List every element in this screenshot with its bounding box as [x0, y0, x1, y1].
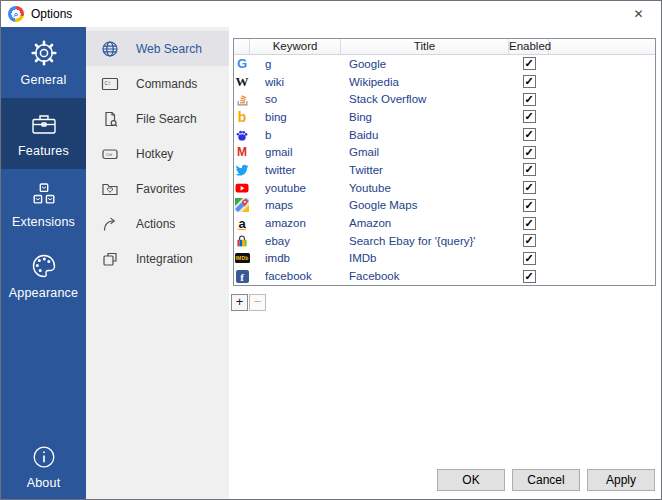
sidebar-item-features[interactable]: Features	[1, 98, 86, 169]
table-row[interactable]: IMDb imdb IMDb ✓	[234, 250, 655, 268]
close-button[interactable]: ✕	[616, 1, 661, 27]
enabled-checkbox[interactable]: ✓	[523, 75, 536, 88]
table-row[interactable]: so Stack Overflow ✓	[234, 90, 655, 108]
title-cell: Twitter	[341, 164, 509, 176]
table-header-row: Keyword Title Enabled	[234, 39, 655, 55]
sidebar-item-label: Appearance	[9, 286, 78, 300]
subnav-item-commands[interactable]: C:\ Commands	[86, 66, 229, 101]
subnav-item-label: Integration	[136, 252, 193, 266]
table-row[interactable]: a amazon Amazon ✓	[234, 214, 655, 232]
subnav-item-integration[interactable]: Integration	[86, 241, 229, 276]
title-cell: Google Maps	[341, 199, 509, 211]
subnav-item-label: Hotkey	[136, 147, 173, 161]
subnav-item-file-search[interactable]: File Search	[86, 101, 229, 136]
keyword-cell: g	[250, 58, 341, 70]
keyword-cell: ebay	[250, 235, 341, 247]
title-cell: Stack Overflow	[341, 93, 509, 105]
icon-column-header[interactable]	[234, 39, 250, 54]
enabled-checkbox[interactable]: ✓	[523, 57, 536, 70]
table-row[interactable]: maps Google Maps ✓	[234, 197, 655, 215]
sidebar-item-label: Extensions	[12, 215, 75, 229]
subnav-item-label: Actions	[136, 217, 175, 231]
title-cell: Bing	[341, 111, 509, 123]
enabled-checkbox[interactable]: ✓	[523, 234, 536, 247]
title-cell: IMDb	[341, 252, 509, 264]
table-row[interactable]: ebay Search Ebay for '{query}' ✓	[234, 232, 655, 250]
integration-icon	[101, 250, 119, 268]
briefcase-icon	[29, 109, 59, 139]
sidebar-item-extensions[interactable]: Extensions	[1, 169, 86, 240]
ebay-bag-icon	[235, 234, 249, 248]
keyword-cell: twitter	[250, 164, 341, 176]
enabled-checkbox[interactable]: ✓	[523, 270, 536, 283]
enabled-checkbox[interactable]: ✓	[523, 146, 536, 159]
info-icon	[30, 443, 58, 471]
sidebar-item-about[interactable]: About	[1, 433, 86, 499]
sidebar-item-general[interactable]: General	[1, 27, 86, 98]
subnav-item-actions[interactable]: Actions	[86, 206, 229, 241]
enabled-checkbox[interactable]: ✓	[523, 110, 536, 123]
keyword-cell: b	[250, 129, 341, 141]
enabled-checkbox[interactable]: ✓	[523, 199, 536, 212]
subnav-item-web-search[interactable]: Web Search	[86, 31, 229, 66]
gear-icon	[29, 38, 59, 68]
add-row-button[interactable]: +	[231, 294, 248, 311]
close-icon: ✕	[633, 7, 643, 21]
enabled-checkbox[interactable]: ✓	[523, 181, 536, 194]
title-cell: Amazon	[341, 217, 509, 229]
subnav-item-label: Web Search	[136, 42, 202, 56]
enabled-checkbox[interactable]: ✓	[523, 252, 536, 265]
enabled-column-header[interactable]: Enabled	[509, 39, 549, 54]
ok-button[interactable]: OK	[437, 469, 505, 491]
table-row[interactable]: M gmail Gmail ✓	[234, 143, 655, 161]
remove-row-button[interactable]: −	[249, 294, 266, 311]
youtube-icon	[235, 181, 249, 195]
wikipedia-icon: W	[235, 74, 249, 90]
cancel-button[interactable]: Cancel	[512, 469, 580, 491]
table-row[interactable]: b bing Bing ✓	[234, 108, 655, 126]
title-cell: Baidu	[341, 129, 509, 141]
feature-subnav: Web Search C:\ Commands File Search	[86, 27, 229, 499]
apply-button[interactable]: Apply	[587, 469, 655, 491]
google-maps-icon	[235, 198, 249, 212]
enabled-checkbox[interactable]: ✓	[523, 128, 536, 141]
web-search-table: Keyword Title Enabled G g Google ✓ W wik…	[233, 38, 656, 286]
keyword-cell: facebook	[250, 270, 341, 282]
enabled-checkbox[interactable]: ✓	[523, 163, 536, 176]
favorites-folder-icon	[101, 180, 119, 198]
subnav-item-favorites[interactable]: Favorites	[86, 171, 229, 206]
svg-text:Ctrl: Ctrl	[106, 152, 112, 157]
baidu-paw-icon	[235, 128, 249, 142]
sidebar-item-appearance[interactable]: Appearance	[1, 240, 86, 311]
amazon-icon: a	[235, 216, 249, 231]
options-window: ⌕ Options ✕ General	[0, 0, 662, 500]
file-search-icon	[101, 110, 119, 128]
table-row[interactable]: G g Google ✓	[234, 55, 655, 73]
keyword-cell: gmail	[250, 146, 341, 158]
title-column-header[interactable]: Title	[341, 39, 509, 54]
table-row[interactable]: twitter Twitter ✓	[234, 161, 655, 179]
keyword-cell: so	[250, 93, 341, 105]
google-icon: G	[235, 56, 249, 71]
app-logo-icon: ⌕	[8, 6, 24, 22]
enabled-checkbox[interactable]: ✓	[523, 93, 536, 106]
web-search-panel: Keyword Title Enabled G g Google ✓ W wik…	[229, 27, 661, 499]
keyword-column-header[interactable]: Keyword	[250, 39, 341, 54]
title-cell: Youtube	[341, 182, 509, 194]
table-row[interactable]: youtube Youtube ✓	[234, 179, 655, 197]
subnav-item-hotkey[interactable]: Ctrl Hotkey	[86, 136, 229, 171]
sidebar-item-label: Features	[18, 144, 69, 158]
table-row[interactable]: b Baidu ✓	[234, 126, 655, 144]
window-title: Options	[31, 7, 72, 21]
category-sidebar: General Features	[1, 27, 86, 499]
subnav-item-label: File Search	[136, 112, 197, 126]
svg-text:C:\: C:\	[105, 80, 112, 85]
enabled-checkbox[interactable]: ✓	[523, 217, 536, 230]
sidebar-item-label: General	[21, 73, 67, 87]
title-bar: ⌕ Options ✕	[1, 1, 661, 27]
ctrl-key-icon: Ctrl	[101, 145, 119, 163]
table-row[interactable]: f facebook Facebook ✓	[234, 267, 655, 285]
table-row[interactable]: W wiki Wikipedia ✓	[234, 73, 655, 91]
row-edit-toolbar: + −	[231, 294, 266, 311]
keyword-cell: amazon	[250, 217, 341, 229]
